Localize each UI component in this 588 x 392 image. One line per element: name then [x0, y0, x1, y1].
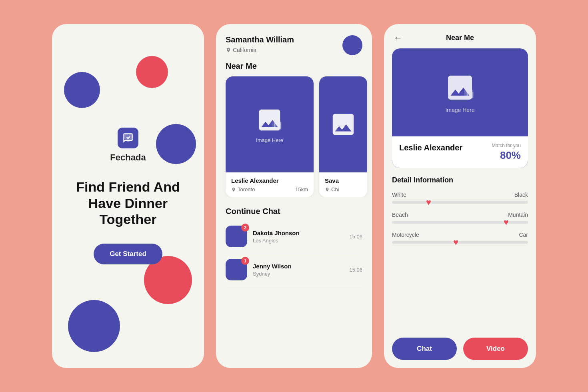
chat-button[interactable]: Chat [392, 338, 457, 360]
chat-avatar-wrap-1: 2 [226, 226, 247, 247]
card-name-1: Leslie Alexander [231, 177, 308, 184]
chat-location-2: Sydney [253, 271, 349, 277]
slider-track-3[interactable]: ♥ [392, 241, 528, 244]
location-pin-icon-2 [325, 187, 330, 192]
slider-labels-1: White Black [392, 192, 528, 198]
chat-time-2: 15.06 [349, 267, 362, 273]
card-distance-1: 15km [295, 186, 308, 192]
deco-circle-red-top [136, 56, 168, 88]
slider-row-2: Beach Muntain ♥ [392, 212, 528, 224]
screen-onboarding: Fechada Find Friend And Have Dinner Toge… [52, 24, 204, 368]
hero-text: Find Friend And Have Dinner Together [52, 179, 204, 228]
card-image-label-1: Image Here [256, 137, 283, 143]
slider-fill-1 [392, 201, 528, 204]
chat-avatar-wrap-2: 1 [226, 259, 247, 280]
chat-badge-2: 1 [241, 257, 249, 265]
home-header: Samantha William California [216, 24, 372, 62]
slider-right-2: Muntain [508, 212, 528, 218]
near-me-title: Near Me [216, 62, 372, 71]
logo-text: Fechada [110, 152, 146, 163]
chat-location-1: Los Angles [253, 238, 349, 244]
card-location-2: Chi [325, 186, 362, 192]
detail-information-title: Detail Information [392, 176, 528, 184]
continue-chat-section: Continue Chat 2 Dakota Jhonson Los Angle… [216, 207, 372, 368]
slider-track-1[interactable]: ♥ [392, 201, 528, 204]
user-location: California [226, 47, 294, 53]
back-button[interactable]: ← [394, 33, 402, 43]
slider-left-3: Motorcycle [392, 232, 419, 238]
continue-chat-title: Continue Chat [226, 207, 362, 216]
logo-area: Fechada [110, 128, 146, 163]
detail-information-section: Detail Information White Black ♥ Beach M… [384, 176, 536, 330]
screen-home: Samantha William California Near Me I [216, 24, 372, 368]
chat-name-1: Dakota Jhonson [253, 230, 349, 236]
profile-name: Leslie Alexander [399, 143, 462, 152]
match-percent: 80% [492, 149, 521, 162]
chat-badge-1: 2 [241, 224, 249, 232]
detail-title: Near Me [446, 34, 474, 42]
deco-circle-blue-left [64, 72, 100, 108]
slider-row-1: White Black ♥ [392, 192, 528, 204]
user-info: Samantha William California [226, 35, 294, 53]
match-label: Match for you [492, 143, 521, 148]
card-location-text-1: Toronto [238, 186, 255, 192]
user-avatar [342, 35, 362, 55]
card-info-1: Leslie Alexander Toronto 15km [226, 172, 314, 197]
user-name: Samantha William [226, 35, 294, 44]
slider-labels-3: Motorcycle Car [392, 232, 528, 238]
profile-card-bottom: Leslie Alexander Match for you 80% [392, 136, 528, 168]
slider-fill-3 [392, 241, 528, 244]
person-card-1[interactable]: Image Here Leslie Alexander Toronto 15km [226, 76, 314, 197]
chat-item-1[interactable]: 2 Dakota Jhonson Los Angles 15.06 [226, 220, 362, 253]
deco-circle-blue-bottom-left [68, 300, 120, 352]
match-info: Match for you 80% [492, 143, 521, 162]
svg-rect-0 [272, 120, 281, 129]
slider-heart-2: ♥ [504, 218, 509, 227]
profile-image-label: Image Here [445, 107, 474, 113]
chat-info-1: Dakota Jhonson Los Angles [253, 230, 349, 244]
action-buttons: Chat Video [384, 330, 536, 368]
image-placeholder-icon [256, 106, 284, 134]
chat-info-2: Jenny Wilson Sydney [253, 263, 349, 277]
slider-row-3: Motorcycle Car ♥ [392, 232, 528, 244]
chat-item-2[interactable]: 1 Jenny Wilson Sydney 15.06 [226, 253, 362, 286]
card-info-2: Sava Chi [319, 172, 367, 197]
main-container: Fechada Find Friend And Have Dinner Toge… [0, 0, 588, 392]
chat-name-2: Jenny Wilson [253, 263, 349, 270]
image-placeholder-icon-2 [329, 110, 357, 138]
detail-header: ← Near Me [384, 24, 536, 48]
slider-heart-3: ♥ [453, 238, 458, 247]
location-icon [226, 47, 231, 53]
logo-icon [118, 128, 138, 148]
card-name-2: Sava [325, 177, 362, 184]
location-pin-icon [231, 187, 236, 192]
chat-time-1: 15.06 [349, 234, 362, 240]
heart-chat-icon [122, 132, 134, 144]
slider-right-3: Car [519, 232, 528, 238]
card-location-1: Toronto 15km [231, 186, 308, 192]
near-me-cards: Image Here Leslie Alexander Toronto 15km [216, 76, 372, 197]
person-card-2[interactable]: Sava Chi [319, 76, 367, 197]
profile-card-large: Image Here Leslie Alexander Match for yo… [392, 48, 528, 168]
video-button[interactable]: Video [463, 338, 528, 360]
profile-image-placeholder-icon [444, 72, 476, 104]
svg-rect-1 [464, 89, 473, 98]
profile-large-image: Image Here [392, 48, 528, 136]
user-location-text: California [233, 47, 256, 53]
get-started-button[interactable]: Get Started [94, 244, 162, 264]
slider-left-2: Beach [392, 212, 408, 218]
card-location-text-2: Chi [331, 186, 339, 192]
screen-detail: ← Near Me Image Here Leslie Alexander Ma… [384, 24, 536, 368]
slider-left-1: White [392, 192, 406, 198]
card-image-1: Image Here [226, 76, 314, 172]
deco-circle-blue-right [156, 124, 196, 164]
card-image-2 [319, 76, 367, 172]
slider-heart-1: ♥ [426, 198, 431, 207]
slider-track-2[interactable]: ♥ [392, 221, 528, 224]
slider-right-1: Black [514, 192, 528, 198]
